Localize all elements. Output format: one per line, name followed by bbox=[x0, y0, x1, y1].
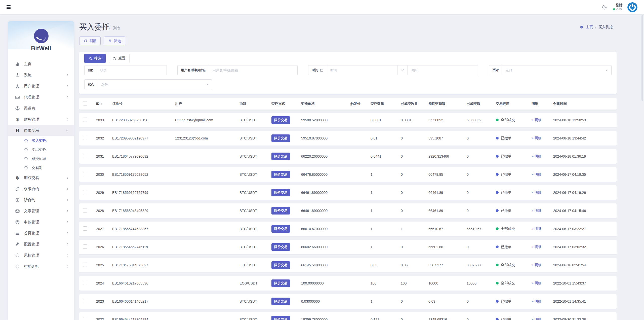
sidebar-item[interactable]: 渠道商 bbox=[8, 103, 74, 114]
detail-link[interactable]: » 明细 bbox=[532, 208, 542, 212]
chevron-left-icon bbox=[66, 96, 69, 99]
cell-created: 2024-06-17 03:22:27 bbox=[553, 227, 613, 231]
row-checkbox[interactable] bbox=[83, 317, 87, 320]
sidebar-item[interactable]: $财务管理 bbox=[8, 114, 74, 125]
detail-link[interactable]: » 明细 bbox=[532, 154, 542, 158]
refresh-button[interactable]: 刷新 bbox=[79, 37, 101, 45]
sidebar-subitem[interactable]: 交易对 bbox=[8, 163, 74, 172]
uid-input[interactable] bbox=[97, 65, 167, 75]
cell-status: 全部成交 bbox=[496, 281, 532, 286]
letter-b-icon: B bbox=[15, 128, 20, 133]
cell-expected: 66461.89 bbox=[428, 191, 467, 195]
row-checkbox[interactable] bbox=[83, 263, 87, 267]
sidebar-subitem-label: 买入委托 bbox=[32, 138, 46, 143]
sidebar-item-label: 秒合约 bbox=[24, 198, 66, 202]
pair-select[interactable]: 选择 bbox=[502, 65, 611, 75]
sidebar-item[interactable]: B币币交易 bbox=[8, 125, 74, 136]
time-from-input[interactable] bbox=[327, 65, 397, 75]
select-all-checkbox[interactable] bbox=[83, 101, 87, 105]
scrollbar[interactable] bbox=[641, 15, 643, 101]
cell-status: 已撤单 bbox=[496, 154, 532, 159]
avatar[interactable] bbox=[627, 2, 637, 12]
cell-method: 限价交易 bbox=[271, 279, 301, 287]
row-checkbox[interactable] bbox=[83, 299, 87, 303]
sidebar-item[interactable]: ฿期权交易 bbox=[8, 172, 74, 183]
search-button[interactable]: 搜索 bbox=[84, 54, 106, 63]
row-checkbox[interactable] bbox=[83, 118, 87, 122]
status-dot bbox=[496, 191, 499, 194]
sidebar-item[interactable]: 首页管理 bbox=[8, 228, 74, 239]
row-checkbox[interactable] bbox=[83, 281, 87, 285]
sidebar-item[interactable]: 秒合约 bbox=[8, 194, 74, 205]
cell-amount: 0.01 bbox=[371, 136, 401, 140]
cell-price: 59500.52000000 bbox=[301, 118, 350, 122]
sidebar-item[interactable]: 代理管理 bbox=[8, 92, 74, 103]
cell-filled_qty: 0.05 bbox=[401, 263, 428, 267]
cell-price: 100.00000000 bbox=[301, 281, 350, 285]
reset-button[interactable]: 重置 bbox=[109, 54, 130, 63]
row-checkbox[interactable] bbox=[83, 208, 87, 212]
breadcrumb-home-link[interactable]: 主页 bbox=[586, 25, 593, 29]
breadcrumb: 主页 / 买入委托 bbox=[580, 25, 613, 29]
detail-link[interactable]: » 明细 bbox=[532, 118, 542, 122]
dark-mode-toggle[interactable] bbox=[602, 4, 608, 10]
row-checkbox[interactable] bbox=[83, 244, 87, 249]
cell-order_no: EB1718565747633357 bbox=[112, 227, 175, 231]
cell-method: 限价交易 bbox=[271, 298, 301, 305]
cell-created: 2024-06-17 03:02:32 bbox=[553, 245, 613, 249]
detail-link[interactable]: » 明细 bbox=[532, 172, 542, 176]
row-checkbox[interactable] bbox=[83, 190, 87, 194]
column-header-expected: 预期交易额 bbox=[428, 101, 467, 106]
sidebar-subitem[interactable]: 买入委托 bbox=[8, 136, 74, 145]
main-content: 买入委托 列表 主页 / 买入委托 刷新 筛选 搜索 重置 bbox=[79, 14, 617, 320]
detail-link[interactable]: » 明细 bbox=[532, 136, 542, 140]
table-row: 2026EB1718564552745119BTC/USDT限价交易66602.… bbox=[79, 240, 617, 254]
cell-id: 2029 bbox=[96, 191, 112, 195]
menu-toggle-button[interactable] bbox=[7, 5, 12, 9]
sidebar-subitem[interactable]: 成交记录 bbox=[8, 154, 74, 163]
time-to-input[interactable] bbox=[408, 65, 478, 75]
table-row: 2028EB1718568946495329BTC/USDT限价交易66461.… bbox=[79, 203, 617, 218]
column-header-id[interactable]: ID↑ bbox=[96, 102, 112, 105]
detail-link[interactable]: » 明细 bbox=[532, 281, 542, 285]
sidebar-subitem[interactable]: 卖出委托 bbox=[8, 145, 74, 154]
sidebar-item[interactable]: 永续合约 bbox=[8, 183, 74, 194]
id-card-icon bbox=[15, 95, 20, 100]
user-input[interactable] bbox=[209, 65, 297, 75]
filter-button[interactable]: 筛选 bbox=[104, 37, 125, 45]
row-checkbox[interactable] bbox=[83, 172, 87, 176]
sidebar-item[interactable]: 申购管理 bbox=[8, 217, 74, 228]
sidebar-item[interactable]: 智能矿机 bbox=[8, 261, 74, 272]
cell-amount: 0.122 bbox=[371, 317, 401, 320]
sidebar-item[interactable]: 系统 bbox=[8, 69, 74, 81]
detail-link[interactable]: » 明细 bbox=[532, 317, 542, 320]
user-status: 在线 bbox=[613, 7, 622, 11]
sidebar-item[interactable]: 配置管理 bbox=[8, 239, 74, 250]
detail-link[interactable]: » 明细 bbox=[532, 190, 542, 194]
sidebar-item[interactable]: 风控管理 bbox=[8, 250, 74, 261]
chevron-left-icon bbox=[66, 176, 69, 180]
cell-price: 59510.87000000 bbox=[301, 136, 350, 140]
cell-pair: BTC/USDT bbox=[239, 317, 271, 320]
sidebar-item[interactable]: 文章管理 bbox=[8, 205, 74, 217]
circle-dot-icon bbox=[15, 197, 20, 203]
cell-amount: 1 bbox=[371, 299, 401, 303]
cell-filled_amt: 0 bbox=[467, 299, 496, 303]
cell-user: CO3997stw@gmail.com bbox=[175, 118, 239, 122]
sidebar-item-label: 用户管理 bbox=[24, 84, 66, 89]
detail-link[interactable]: » 明细 bbox=[532, 227, 542, 231]
detail-link[interactable]: » 明细 bbox=[532, 299, 542, 303]
row-checkbox[interactable] bbox=[83, 154, 87, 158]
sidebar-item[interactable]: 主页 bbox=[8, 58, 74, 69]
time-filter-group: 时间 To bbox=[308, 65, 478, 75]
sidebar-item-label: 财务管理 bbox=[24, 117, 66, 122]
sidebar-item[interactable]: 用户管理 bbox=[8, 81, 74, 92]
status-select[interactable]: 选择 bbox=[98, 80, 212, 89]
gear-icon bbox=[15, 73, 20, 78]
row-checkbox[interactable] bbox=[83, 226, 87, 231]
detail-link[interactable]: » 明细 bbox=[532, 245, 542, 249]
row-checkbox[interactable] bbox=[83, 136, 87, 140]
order-type-badge: 限价交易 bbox=[271, 316, 290, 320]
detail-link[interactable]: » 明细 bbox=[532, 263, 542, 267]
status-text: 已撤单 bbox=[501, 245, 511, 249]
